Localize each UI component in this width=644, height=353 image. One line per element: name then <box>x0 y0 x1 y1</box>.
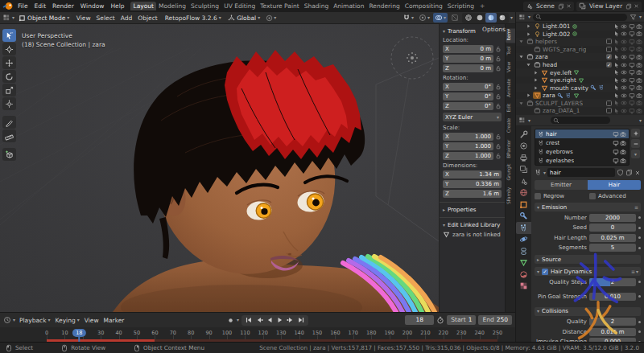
play-reverse-button[interactable] <box>265 316 275 325</box>
viewport-visibility-icon[interactable] <box>629 23 635 30</box>
select-cursor-icon[interactable] <box>613 108 620 114</box>
menu-render[interactable]: Render <box>49 2 77 10</box>
dropdown-arrow-icon[interactable]: ▾ <box>13 318 15 322</box>
timeline-tick[interactable]: 60 <box>151 330 158 336</box>
add-particle-system-button[interactable] <box>631 129 640 138</box>
timeline-menu-playback[interactable]: Playback▾ <box>17 317 52 324</box>
outliner-row-wgts-zara-rig[interactable]: WGTS_zara_rig <box>516 46 644 54</box>
particle-settings-icon[interactable] <box>535 169 542 176</box>
mode-dropdown[interactable]: Object Mode ▾ <box>16 13 72 23</box>
properties-search-input[interactable] <box>551 117 610 124</box>
timeline-tick[interactable]: 130 <box>276 330 286 336</box>
timeline-tick[interactable]: 40 <box>115 330 122 336</box>
timeline-tick[interactable]: 120 <box>258 330 268 336</box>
hide-eye-icon[interactable] <box>621 100 627 106</box>
visibility-checkbox[interactable] <box>606 39 612 44</box>
field-segments[interactable]: 5 <box>589 244 636 252</box>
workspace-add-button[interactable]: + <box>477 2 488 10</box>
timeline-tick[interactable]: 30 <box>97 330 104 336</box>
hide-eye-icon[interactable] <box>621 84 627 91</box>
properties-editor-icon[interactable] <box>518 117 526 124</box>
viewport-visibility-icon[interactable] <box>613 158 619 164</box>
scale-field-y[interactable]: Y1.000 <box>443 142 493 150</box>
sidebar-tab-create[interactable]: Create <box>506 116 515 135</box>
particle-system-row-eyebrows[interactable]: eyebrows <box>535 147 629 156</box>
advanced-checkbox[interactable]: Advanced <box>589 193 641 199</box>
timeline-editor-icon[interactable] <box>3 316 11 324</box>
render-visibility-icon[interactable] <box>636 69 642 76</box>
viewport-visibility-icon[interactable] <box>613 149 619 155</box>
menu-edit[interactable]: Edit <box>31 2 50 10</box>
new-scene-icon[interactable] <box>558 3 564 10</box>
select-cursor-icon[interactable] <box>613 54 620 60</box>
select-cursor-icon[interactable] <box>613 100 620 106</box>
dropdown-arrow-icon[interactable]: ▾ <box>528 14 530 19</box>
render-visibility-icon[interactable] <box>636 92 642 99</box>
outliner-row-zara[interactable]: zara <box>516 92 644 100</box>
blender-logo-icon[interactable] <box>2 2 14 10</box>
viewport-menu-select[interactable]: Select <box>93 14 118 22</box>
stopwatch-icon[interactable] <box>436 316 444 324</box>
shading-solid-button[interactable] <box>474 13 485 23</box>
next-keyframe-button[interactable] <box>286 316 295 325</box>
viewport-visibility-icon[interactable] <box>629 54 635 60</box>
remove-particle-system-button[interactable] <box>631 139 640 148</box>
viewport-menu-view[interactable]: View <box>73 14 93 22</box>
outliner-row-zara[interactable]: zara✓ <box>516 53 644 61</box>
timeline-tick[interactable]: 0 <box>45 330 48 336</box>
render-visibility-icon[interactable] <box>636 23 642 30</box>
dimensions-field-x[interactable]: X1.34 m <box>443 170 502 179</box>
scale-field-x[interactable]: X1.000 <box>443 133 493 141</box>
outliner-row-head[interactable]: head✓ <box>516 61 644 69</box>
visibility-checkbox[interactable] <box>606 47 612 52</box>
menu-help[interactable]: Help <box>107 2 127 10</box>
field-pin-goal-strength[interactable]: 0.010 <box>589 293 636 301</box>
outliner-row-eye-left[interactable]: eye.left <box>516 68 644 76</box>
hide-eye-icon[interactable] <box>621 77 627 84</box>
select-cursor-icon[interactable] <box>613 62 620 68</box>
viewport-visibility-icon[interactable] <box>629 92 635 99</box>
specials-menu-button[interactable]: ▾ <box>631 150 640 158</box>
dropdown-arrow-icon[interactable]: ▾ <box>237 318 239 322</box>
menu-window[interactable]: Window <box>77 2 108 10</box>
tool-add-cube[interactable] <box>2 148 16 161</box>
editor-type-arrow-icon[interactable]: ▾ <box>12 15 14 20</box>
expand-arrow-icon[interactable] <box>526 23 531 29</box>
tool-transform[interactable] <box>2 97 16 110</box>
render-visibility-icon[interactable] <box>636 108 642 114</box>
workspace-rendering[interactable]: Rendering <box>366 2 402 10</box>
hide-eye-icon[interactable] <box>621 62 627 68</box>
unlink-icon[interactable] <box>634 170 641 176</box>
rotation-mode-dropdown[interactable]: XYZ Euler ▾ <box>443 113 502 121</box>
sidebar-tab-edit[interactable]: Edit <box>506 101 515 114</box>
properties-tab-texture[interactable] <box>516 281 531 293</box>
collisions-section-header[interactable]: ▾ Collisions <box>535 307 641 316</box>
visibility-checkbox[interactable]: ✓ <box>606 62 612 68</box>
presets-menu-icon[interactable]: ≡▾ <box>631 269 638 274</box>
outliner-editor-icon[interactable] <box>518 14 526 21</box>
sidebar-tab-grungit[interactable]: Grungit <box>506 162 515 183</box>
select-cursor-icon[interactable] <box>613 31 620 37</box>
hide-eye-icon[interactable] <box>621 23 627 30</box>
timeline-tick[interactable]: 70 <box>170 330 176 336</box>
visibility-checkbox[interactable]: ✓ <box>606 54 612 60</box>
viewport-visibility-icon[interactable] <box>629 62 635 68</box>
viewport-visibility-icon[interactable] <box>629 39 635 45</box>
shading-material-button[interactable] <box>485 13 497 23</box>
animate-dot-icon[interactable] <box>638 227 641 229</box>
expand-arrow-icon[interactable] <box>526 62 531 68</box>
scene-selector[interactable]: Scene <box>523 2 574 11</box>
viewport-visibility-icon[interactable] <box>629 108 635 114</box>
render-visibility-icon[interactable] <box>636 54 642 60</box>
timeline-tick[interactable]: 80 <box>188 330 194 336</box>
timeline-tick[interactable]: 210 <box>420 330 430 336</box>
outliner-search-input[interactable] <box>533 14 627 21</box>
timeline-tick[interactable]: 200 <box>402 330 412 336</box>
lock-icon[interactable] <box>495 84 502 90</box>
emitter-toggle-button[interactable]: Emitter <box>535 180 588 190</box>
location-field-z[interactable]: Z0 m <box>443 64 493 72</box>
expand-arrow-icon[interactable] <box>518 101 524 106</box>
tool-annotate[interactable] <box>2 116 16 129</box>
render-visibility-icon[interactable] <box>620 140 626 146</box>
particle-system-row-crest[interactable]: crest <box>535 138 629 147</box>
